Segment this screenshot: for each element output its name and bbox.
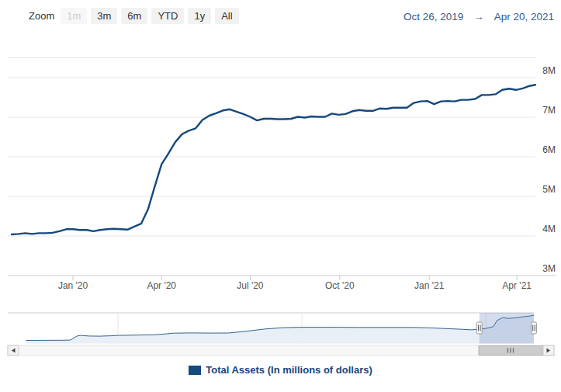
navigator-selected-mask[interactable] [480, 313, 534, 344]
y-axis-label: 7M [542, 105, 556, 116]
chart-plot-area: 3M4M5M6M7M8MJan '20Apr '20Jul '20Oct '20… [0, 0, 561, 392]
navigator-handle-right[interactable] [531, 322, 536, 334]
date-range-display: Oct 26, 2019 → Apr 20, 2021 [403, 11, 554, 23]
y-axis-label: 3M [542, 263, 556, 274]
legend-swatch-icon [189, 366, 201, 375]
legend-label: Total Assets (In millions of dollars) [206, 364, 372, 376]
date-from-input[interactable]: Oct 26, 2019 [403, 11, 463, 23]
x-axis-label: Apr '20 [147, 280, 176, 291]
stock-chart: Zoom 1m 3m 6m YTD 1y All Oct 26, 2019 → … [0, 0, 561, 392]
x-axis-label: Jul '20 [237, 280, 264, 291]
x-axis-label: Jan '20 [58, 280, 88, 291]
x-axis-label: Jan '21 [414, 280, 445, 291]
date-to-input[interactable]: Apr 20, 2021 [494, 11, 554, 23]
x-axis-label: Apr '21 [502, 280, 532, 291]
x-axis-label: Oct '20 [325, 280, 355, 291]
y-axis-label: 6M [542, 144, 556, 155]
navigator-handle-left[interactable] [476, 322, 482, 334]
y-axis-label: 8M [542, 65, 556, 76]
date-range-arrow-icon: → [473, 11, 484, 23]
range-button-ytd[interactable]: YTD [151, 8, 184, 24]
zoom-label: Zoom [29, 10, 54, 22]
range-selector-buttons: Zoom 1m 3m 6m YTD 1y All [29, 8, 239, 24]
range-button-all[interactable]: All [215, 8, 238, 24]
range-button-1y[interactable]: 1y [188, 8, 211, 24]
range-button-1m[interactable]: 1m [61, 8, 87, 24]
y-axis-label: 5M [542, 184, 556, 195]
range-button-3m[interactable]: 3m [91, 8, 117, 24]
range-button-6m[interactable]: 6m [121, 8, 147, 24]
y-axis-label: 4M [542, 224, 556, 234]
total-assets-series-line [12, 85, 535, 234]
scrollbar-track[interactable] [8, 345, 554, 356]
legend-item[interactable]: Total Assets (In millions of dollars) [0, 364, 561, 376]
